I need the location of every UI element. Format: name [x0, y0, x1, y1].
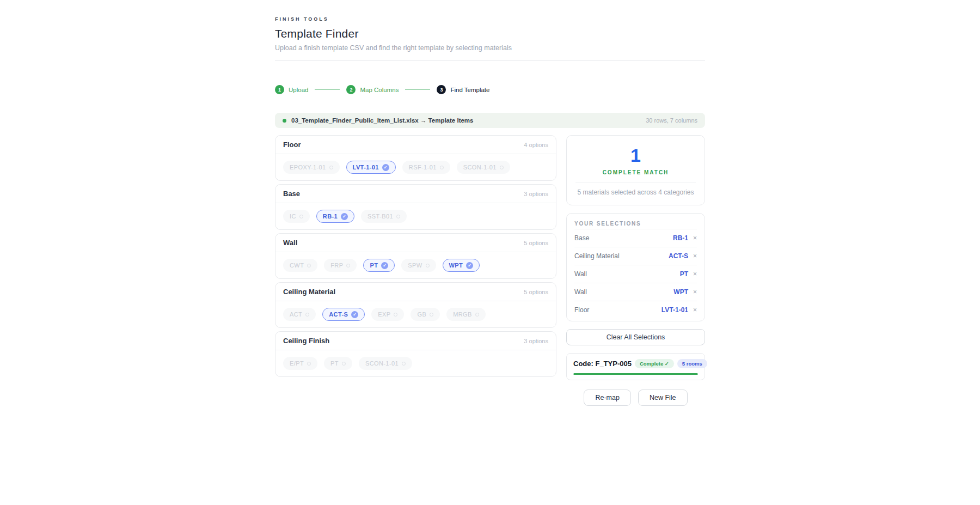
match-divider — [575, 182, 696, 182]
matched-template-card: Code: F_TYP-005 Complete ✓5 rooms — [566, 353, 705, 380]
category-header: Ceiling Finish3 options — [275, 332, 556, 350]
chip-label: WPT — [449, 262, 463, 269]
step-map-columns[interactable]: 2Map Columns — [346, 85, 399, 94]
category-card-ceiling-material: Ceiling Material5 optionsACTACT-S✓EXPGBM… — [275, 282, 556, 328]
material-chip-mrgb[interactable]: MRGB — [446, 308, 486, 321]
material-chip-e-pt[interactable]: E/PT — [283, 357, 317, 370]
match-summary-card: 1 COMPLETE MATCH 5 materials selected ac… — [566, 135, 705, 205]
step-label: Map Columns — [360, 87, 399, 93]
page-header: FINISH TOOLS Template Finder Upload a fi… — [275, 16, 705, 61]
material-chip-frp[interactable]: FRP — [324, 259, 357, 272]
chip-label: SPW — [408, 262, 422, 269]
chip-label: SCON-1-01 — [463, 164, 497, 171]
category-chip-row: E/PTPTSCON-1-01 — [275, 350, 556, 376]
chip-label: CWT — [290, 262, 304, 269]
selection-rows: BaseRB-1×Ceiling MaterialACT-S×WallPT×Wa… — [574, 229, 697, 319]
material-chip-exp[interactable]: EXP — [371, 308, 404, 321]
unchecked-circle-icon — [305, 313, 309, 317]
chip-label: EPOXY-1-01 — [290, 164, 326, 171]
step-connector-line — [405, 89, 430, 90]
material-chip-wpt[interactable]: WPT✓ — [443, 259, 480, 272]
match-count: 1 — [575, 145, 696, 166]
step-label: Find Template — [450, 87, 489, 93]
check-icon: ✓ — [381, 262, 388, 269]
rooms-badge: 5 rooms — [677, 359, 707, 368]
step-connector-line — [315, 89, 340, 90]
step-number-circle: 3 — [437, 85, 446, 94]
material-chip-ic[interactable]: IC — [283, 210, 310, 223]
unchecked-circle-icon — [440, 166, 444, 169]
category-chip-row: ACTACT-S✓EXPGBMRGB — [275, 301, 556, 327]
material-chip-scon-1-01[interactable]: SCON-1-01 — [359, 357, 412, 370]
file-name: 03_Template_Finder_Public_Item_List.xlsx… — [291, 117, 473, 124]
selection-row-act-s: Ceiling MaterialACT-S× — [574, 247, 697, 265]
unchecked-circle-icon — [426, 264, 430, 267]
unchecked-circle-icon — [299, 215, 303, 218]
category-title: Wall — [283, 239, 297, 247]
step-find-template[interactable]: 3Find Template — [437, 85, 489, 94]
material-chip-spw[interactable]: SPW — [401, 259, 436, 272]
selections-header: YOUR SELECTIONS — [574, 221, 697, 229]
re-map-button[interactable]: Re-map — [584, 390, 630, 406]
material-chip-cwt[interactable]: CWT — [283, 259, 317, 272]
chip-label: PT — [370, 262, 378, 269]
file-status-bar: 03_Template_Finder_Public_Item_List.xlsx… — [275, 113, 705, 128]
unchecked-circle-icon — [346, 264, 350, 267]
chip-label: SST-B01 — [367, 213, 393, 220]
unchecked-circle-icon — [329, 166, 333, 169]
selection-value: ACT-S — [669, 252, 688, 260]
remove-selection-icon[interactable]: × — [693, 271, 697, 277]
category-options-count: 5 options — [524, 289, 548, 295]
unchecked-circle-icon — [307, 264, 311, 267]
material-chip-scon-1-01[interactable]: SCON-1-01 — [457, 161, 510, 174]
unchecked-circle-icon — [307, 362, 311, 366]
material-chip-pt[interactable]: PT — [324, 357, 352, 370]
remove-selection-icon[interactable]: × — [693, 307, 697, 313]
chip-label: RSF-1-01 — [409, 164, 437, 171]
category-title: Floor — [283, 141, 301, 149]
selection-category: Base — [574, 234, 673, 242]
category-header: Wall5 options — [275, 234, 556, 252]
unchecked-circle-icon — [394, 313, 397, 317]
file-meta: 30 rows, 7 columns — [646, 117, 697, 124]
material-chip-gb[interactable]: GB — [411, 308, 440, 321]
check-icon: ✓ — [382, 164, 389, 171]
category-header: Base3 options — [275, 185, 556, 203]
remove-selection-icon[interactable]: × — [693, 235, 697, 241]
step-number-circle: 2 — [346, 85, 356, 94]
remove-selection-icon[interactable]: × — [693, 289, 697, 295]
category-title: Ceiling Finish — [283, 337, 329, 345]
remove-selection-icon[interactable]: × — [693, 253, 697, 259]
category-title: Ceiling Material — [283, 288, 335, 296]
material-chip-rsf-1-01[interactable]: RSF-1-01 — [402, 161, 450, 174]
material-chip-epoxy-1-01[interactable]: EPOXY-1-01 — [283, 161, 340, 174]
material-chip-lvt-1-01[interactable]: LVT-1-01✓ — [346, 161, 396, 174]
unchecked-circle-icon — [342, 362, 346, 366]
material-chip-rb-1[interactable]: RB-1✓ — [316, 210, 354, 223]
template-badges: Complete ✓5 rooms — [635, 359, 707, 368]
step-upload[interactable]: 1Upload — [275, 85, 308, 94]
match-progress-track — [573, 373, 698, 375]
material-chip-sst-b01[interactable]: SST-B01 — [361, 210, 407, 223]
unchecked-circle-icon — [430, 313, 433, 317]
category-header: Ceiling Material5 options — [275, 283, 556, 301]
selection-row-rb-1: BaseRB-1× — [574, 229, 697, 247]
material-chip-pt[interactable]: PT✓ — [363, 259, 395, 272]
new-file-button[interactable]: New File — [638, 390, 688, 406]
unchecked-circle-icon — [402, 362, 406, 366]
selection-row-lvt-1-01: FloorLVT-1-01× — [574, 301, 697, 319]
material-chip-act-s[interactable]: ACT-S✓ — [322, 308, 365, 321]
status-dot-icon — [283, 119, 286, 123]
chip-label: RB-1 — [323, 213, 338, 220]
results-sidebar: 1 COMPLETE MATCH 5 materials selected ac… — [566, 135, 705, 406]
clear-all-selections-button[interactable]: Clear All Selections — [566, 329, 705, 345]
category-card-floor: Floor4 optionsEPOXY-1-01LVT-1-01✓RSF-1-0… — [275, 135, 556, 181]
chip-label: ACT — [290, 311, 302, 318]
material-chip-act[interactable]: ACT — [283, 308, 316, 321]
category-options-count: 3 options — [524, 338, 548, 344]
main-content: Floor4 optionsEPOXY-1-01LVT-1-01✓RSF-1-0… — [275, 135, 705, 406]
category-header: Floor4 options — [275, 136, 556, 154]
match-progress-fill — [573, 373, 698, 375]
selection-row-wpt: WallWPT× — [574, 283, 697, 301]
selection-category: Wall — [574, 270, 680, 278]
